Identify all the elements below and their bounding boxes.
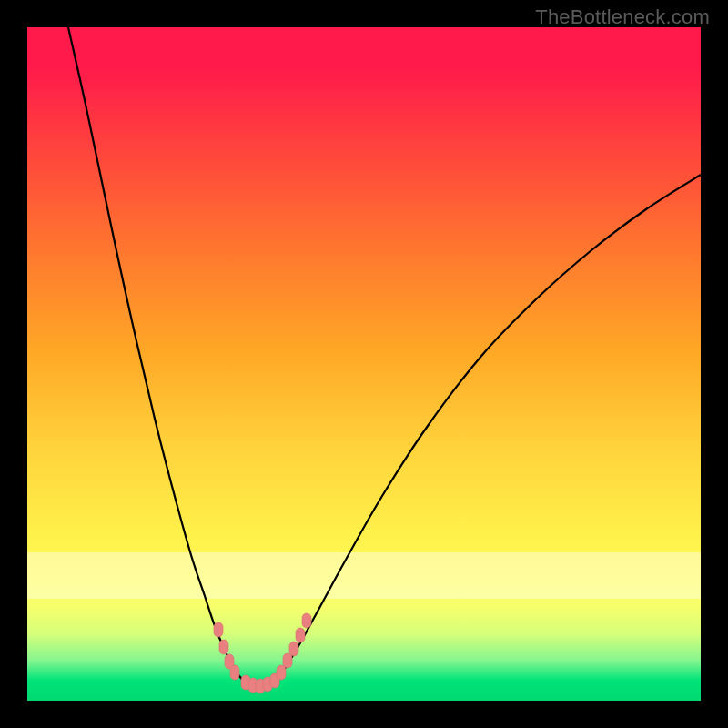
data-marker (283, 653, 292, 668)
data-marker (296, 628, 305, 642)
marker-layer (214, 613, 311, 693)
data-marker (289, 642, 298, 656)
data-marker (277, 665, 286, 680)
curve-right-branch (273, 175, 701, 682)
chart-frame: { "watermark": "TheBottleneck.com", "cha… (0, 0, 728, 728)
curves-svg (27, 27, 701, 701)
data-marker (214, 622, 223, 637)
data-marker (302, 613, 311, 628)
data-marker (230, 665, 239, 680)
curve-left-branch (68, 27, 246, 682)
watermark-text: TheBottleneck.com (535, 5, 710, 29)
data-marker (219, 640, 228, 654)
plot-area (27, 27, 701, 701)
